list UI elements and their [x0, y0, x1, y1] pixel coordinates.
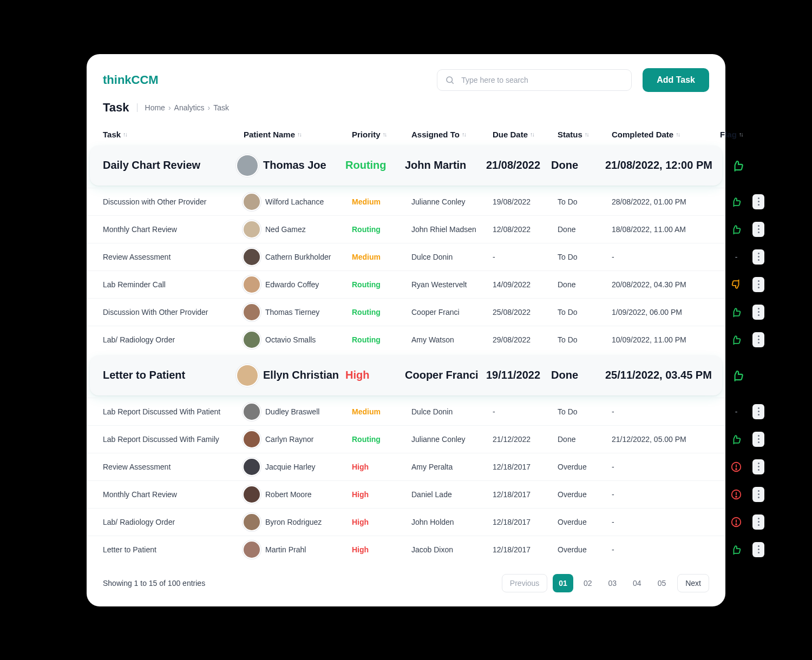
- row-menu-button[interactable]: [752, 305, 764, 320]
- search-box[interactable]: [437, 69, 632, 91]
- flag-icon[interactable]: [720, 516, 752, 528]
- col-due[interactable]: Due Date↑↓: [493, 130, 558, 139]
- row-menu-button[interactable]: [752, 432, 764, 447]
- patient-name: Wilford Lachance: [265, 197, 324, 206]
- cell-due: 19/11/2022: [486, 369, 551, 381]
- flag-icon[interactable]: [720, 334, 752, 346]
- sort-icon: ↑↓: [123, 131, 127, 137]
- flag-icon[interactable]: [720, 306, 752, 318]
- table-row[interactable]: Lab Report Discussed With FamilyCarlyn R…: [87, 425, 725, 453]
- cell-status: To Do: [558, 308, 612, 316]
- col-status[interactable]: Status↑↓: [558, 130, 612, 139]
- flag-icon[interactable]: [720, 461, 752, 473]
- flag-icon[interactable]: -: [720, 407, 752, 416]
- table-row[interactable]: Lab/ Radiology OrderByron RodriguezHighJ…: [87, 508, 725, 536]
- cell-priority: High: [352, 545, 411, 554]
- col-priority[interactable]: Priority↑↓: [352, 130, 411, 139]
- add-task-button[interactable]: Add Task: [643, 68, 709, 92]
- row-menu-button[interactable]: [752, 277, 764, 292]
- sort-icon: ↑↓: [739, 131, 743, 137]
- crumb-analytics[interactable]: Analytics: [174, 103, 205, 112]
- cell-task: Letter to Patient: [103, 369, 237, 381]
- cell-assigned: Dulce Donin: [411, 253, 493, 261]
- cell-patient: Thomas Tierney: [244, 304, 352, 320]
- svg-point-0: [447, 77, 453, 83]
- search-icon: [445, 75, 455, 85]
- flag-icon[interactable]: [720, 223, 752, 235]
- flag-icon[interactable]: [720, 196, 752, 208]
- table-row[interactable]: Discussion with Other ProviderWilford La…: [87, 188, 725, 215]
- cell-assigned: Cooper Franci: [411, 308, 493, 316]
- cell-status: Overdue: [558, 490, 612, 499]
- table-row[interactable]: Discussion With Other ProviderThomas Tie…: [87, 298, 725, 326]
- row-menu-button[interactable]: [752, 542, 764, 557]
- flag-icon[interactable]: [724, 159, 751, 173]
- row-menu-button[interactable]: [752, 222, 764, 237]
- row-menu-button[interactable]: [752, 194, 764, 209]
- crumb-home[interactable]: Home: [145, 103, 165, 112]
- table-row[interactable]: Review AssessmentJacquie HarleyHighAmy P…: [87, 453, 725, 480]
- cell-patient: Ned Gamez: [244, 221, 352, 237]
- avatar: [244, 276, 260, 293]
- search-input[interactable]: [460, 75, 624, 85]
- table-row[interactable]: Monthly Chart ReviewRobert MooreHighDani…: [87, 480, 725, 508]
- crumb-task[interactable]: Task: [213, 103, 229, 112]
- cell-assigned: Dulce Donin: [411, 407, 493, 416]
- table-header: Task↑↓ Patient Name↑↓ Priority↑↓ Assigne…: [87, 126, 725, 143]
- cell-patient: Byron Rodriguez: [244, 514, 352, 530]
- col-completed[interactable]: Completed Date↑↓: [612, 130, 720, 139]
- flag-icon[interactable]: -: [720, 253, 752, 261]
- cell-status: Done: [551, 369, 605, 381]
- row-menu-button[interactable]: [752, 249, 764, 265]
- patient-name: Byron Rodriguez: [265, 518, 322, 526]
- col-assigned[interactable]: Assigned To↑↓: [411, 130, 493, 139]
- cell-due: 12/18/2017: [493, 490, 558, 499]
- page-04[interactable]: 04: [627, 574, 647, 592]
- cell-task: Daily Chart Review: [103, 159, 237, 171]
- cell-completed: -: [612, 407, 720, 416]
- cell-completed: -: [612, 253, 720, 261]
- cell-status: Done: [551, 159, 605, 171]
- cell-assigned: John Martin: [405, 159, 486, 171]
- cell-status: To Do: [558, 335, 612, 344]
- table-row[interactable]: Daily Chart ReviewThomas JoeRoutingJohn …: [90, 146, 722, 186]
- table-row[interactable]: Monthly Chart ReviewNed GamezRoutingJohn…: [87, 215, 725, 243]
- prev-button[interactable]: Previous: [502, 574, 547, 592]
- row-menu-button[interactable]: [752, 332, 764, 347]
- flag-icon[interactable]: [724, 368, 751, 382]
- col-flag[interactable]: Flag↑↓: [720, 130, 752, 139]
- flag-icon[interactable]: [720, 279, 752, 291]
- table-row[interactable]: Letter to PatientMartin PrahlHighJacob D…: [87, 536, 725, 563]
- cell-task: Lab/ Radiology Order: [103, 335, 244, 344]
- cell-assigned: Jacob Dixon: [411, 545, 493, 554]
- table-row[interactable]: Letter to PatientEllyn ChristianHighCoop…: [90, 355, 722, 395]
- flag-icon[interactable]: [720, 544, 752, 556]
- flag-icon[interactable]: [720, 489, 752, 500]
- entries-info: Showing 1 to 15 of 100 entries: [103, 579, 205, 588]
- page-01[interactable]: 01: [553, 574, 573, 592]
- next-button[interactable]: Next: [677, 574, 709, 592]
- flag-icon[interactable]: [720, 433, 752, 445]
- page-03[interactable]: 03: [602, 574, 623, 592]
- row-menu-button[interactable]: [752, 404, 764, 419]
- row-menu-button[interactable]: [752, 459, 764, 474]
- table-row[interactable]: Lab/ Radiology OrderOctavio SmallsRoutin…: [87, 326, 725, 353]
- cell-completed: 21/12/2022, 05.00 PM: [612, 435, 720, 444]
- cell-due: 12/18/2017: [493, 545, 558, 554]
- page-02[interactable]: 02: [578, 574, 598, 592]
- sort-icon: ↑↓: [585, 131, 588, 137]
- row-menu-button[interactable]: [752, 514, 764, 530]
- cell-assigned: Ryan Westervelt: [411, 280, 493, 289]
- row-menu-button[interactable]: [752, 487, 764, 502]
- col-patient[interactable]: Patient Name↑↓: [244, 130, 352, 139]
- col-task[interactable]: Task↑↓: [103, 130, 244, 139]
- table-row[interactable]: Lab Reminder CallEdwardo CoffeyRoutingRy…: [87, 270, 725, 298]
- sort-icon: ↑↓: [676, 131, 679, 137]
- cell-task: Monthly Chart Review: [103, 490, 244, 499]
- table-row[interactable]: Review AssessmentCathern BurkholderMediu…: [87, 243, 725, 270]
- cell-completed: 21/08/2022, 12:00 PM: [605, 159, 724, 171]
- cell-completed: -: [612, 463, 720, 471]
- cell-task: Lab Report Discussed With Family: [103, 435, 244, 444]
- table-row[interactable]: Lab Report Discussed With PatientDudley …: [87, 398, 725, 425]
- page-05[interactable]: 05: [652, 574, 672, 592]
